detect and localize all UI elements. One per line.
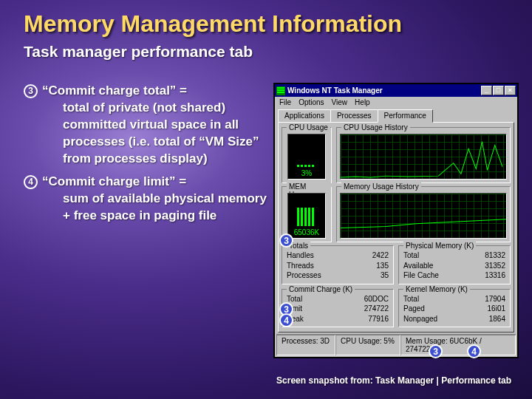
bullet-4: 4 “Commit charge limit” = sum of availab… — [24, 174, 267, 225]
callout-mem-3: 3 — [279, 232, 293, 246]
tab-performance[interactable]: Performance — [378, 109, 433, 123]
cpu-history-graph — [340, 134, 507, 180]
commit-total-value: 60DOC — [364, 294, 389, 304]
mem-history-label: Memory Usage History — [341, 183, 421, 191]
minimize-button[interactable]: _ — [481, 86, 492, 95]
bullet-4-body: sum of available physical memory + free … — [42, 191, 267, 225]
menu-options[interactable]: Options — [299, 98, 324, 106]
status-mem: Mem Usage: 6UC6bK / 274722K — [400, 335, 516, 355]
callout-status-4: 4 — [467, 343, 481, 357]
status-processes: Processes: 3D — [276, 335, 335, 355]
close-button[interactable]: × — [505, 86, 516, 95]
cpu-history-label: CPU Usage History — [341, 123, 410, 132]
mem-history-box: Memory Usage History — [336, 186, 511, 242]
kernel-box: Kernel Memory (K) Total17904 Paged16i01 … — [398, 289, 511, 328]
bullet-4-head: “Commit charge limit” = — [42, 174, 186, 188]
threads-value: 135 — [376, 261, 389, 271]
window-title: Windows NT Task Manager — [287, 86, 481, 95]
cpu-usage-meter: 3% — [287, 134, 326, 180]
physmem-total-value: 81332 — [485, 250, 505, 261]
bullet-marker-4-icon: 4 — [24, 175, 38, 189]
bullet-3: 3 “Commit charge total” = total of priva… — [24, 83, 267, 168]
kernel-paged-label: Paged — [403, 304, 425, 314]
cpu-history-box: CPU Usage History — [336, 127, 511, 183]
slide-subtitle: Task manager performance tab — [24, 43, 253, 61]
slide-footnote: Screen snapshot from: Task Manager | Per… — [276, 375, 511, 386]
kernel-total-label: Total — [403, 294, 419, 304]
kernel-label: Kernel Memory (K) — [403, 285, 470, 293]
app-icon — [276, 86, 285, 95]
menu-help[interactable]: Help — [355, 98, 370, 106]
tab-strip: Applications Processes Performance — [278, 109, 514, 122]
bullet-3-head: “Commit charge total” = — [42, 83, 187, 98]
cpu-usage-label: CPU Usage — [287, 123, 330, 132]
tab-processes[interactable]: Processes — [330, 109, 378, 122]
kernel-total-value: 17904 — [485, 294, 505, 304]
physmem-available-label: Available — [403, 261, 433, 271]
menu-bar: File Options View Help — [275, 97, 517, 108]
physmem-total-label: Total — [403, 250, 419, 261]
kernel-nonpaged-value: 1864 — [489, 314, 505, 324]
commit-label: Commit Charge (K) — [287, 285, 355, 293]
physmem-cache-label: File Cache — [403, 270, 439, 281]
kernel-nonpaged-label: Nonpaged — [403, 314, 437, 324]
menu-view[interactable]: View — [332, 98, 348, 106]
totals-box: Totals Handles2422 Threads135 Processes3… — [282, 245, 394, 284]
callout-status-3: 3 — [429, 343, 443, 357]
mem-history-graph — [340, 193, 507, 239]
cpu-usage-box: CPU Usage 3% — [282, 127, 332, 183]
mem-usage-value: 65036K — [288, 228, 325, 236]
physmem-cache-value: 13316 — [485, 270, 505, 281]
physmem-label: Physical Memory (K) — [403, 242, 476, 250]
threads-label: Threads — [287, 261, 314, 271]
commit-box: Commit Charge (K) Total60DOC Limit274722… — [282, 289, 394, 328]
tab-applications[interactable]: Applications — [278, 109, 331, 122]
bullet-3-body: total of private (not shared) committed … — [42, 100, 267, 168]
kernel-paged-value: 16i01 — [488, 304, 505, 314]
handles-value: 2422 — [372, 250, 389, 261]
bullet-marker-3-icon: 3 — [24, 84, 38, 98]
processes-label: Processes — [287, 270, 321, 281]
slide-title: Memory Management Information — [24, 10, 402, 38]
physmem-box: Physical Memory (K) Total81332 Available… — [398, 245, 511, 284]
task-manager-window: Windows NT Task Manager _ □ × File Optio… — [273, 83, 519, 358]
processes-value: 35 — [381, 270, 389, 281]
commit-limit-value: 274722 — [364, 304, 389, 314]
performance-panel: CPU Usage 3% CPU Usage History MEM Usage — [278, 122, 514, 332]
menu-file[interactable]: File — [279, 98, 291, 106]
commit-peak-value: 77916 — [368, 314, 389, 324]
maximize-button[interactable]: □ — [493, 86, 504, 95]
handles-label: Handles — [287, 250, 314, 261]
cpu-usage-value: 3% — [288, 169, 325, 177]
callout-commit-4: 4 — [279, 312, 293, 326]
physmem-available-value: 31352 — [485, 261, 505, 271]
titlebar[interactable]: Windows NT Task Manager _ □ × — [275, 84, 517, 97]
slide-bullets: 3 “Commit charge total” = total of priva… — [24, 83, 267, 231]
status-cpu: CPU Usage: 5% — [335, 335, 400, 355]
